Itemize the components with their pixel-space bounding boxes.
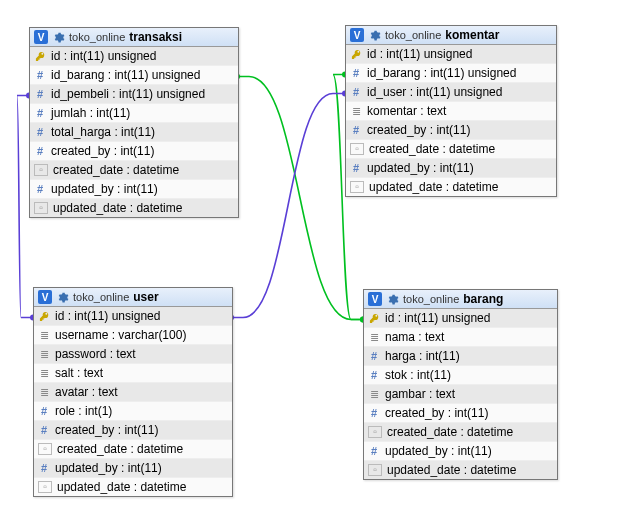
column-label: created_by : int(11)	[367, 123, 470, 137]
number-column-icon: #	[34, 69, 46, 81]
number-column-icon: #	[350, 162, 362, 174]
gear-icon[interactable]	[52, 31, 65, 44]
column-label: id_barang : int(11) unsigned	[367, 66, 516, 80]
schema-name: toko_online	[69, 31, 125, 43]
text-column-icon: ≣	[38, 329, 50, 341]
column-row[interactable]: ▫updated_date : datetime	[30, 199, 238, 217]
column-row[interactable]: #updated_by : int(11)	[346, 159, 556, 178]
date-column-icon: ▫	[34, 202, 48, 214]
date-column-icon: ▫	[350, 143, 364, 155]
column-row[interactable]: #stok : int(11)	[364, 366, 557, 385]
gear-icon[interactable]	[386, 293, 399, 306]
column-row[interactable]: #id_barang : int(11) unsigned	[346, 64, 556, 83]
column-label: id : int(11) unsigned	[385, 311, 490, 325]
column-label: role : int(1)	[55, 404, 112, 418]
date-column-icon: ▫	[350, 181, 364, 193]
number-column-icon: #	[350, 124, 362, 136]
schema-name: toko_online	[73, 291, 129, 303]
column-label: updated_date : datetime	[53, 201, 182, 215]
number-column-icon: #	[368, 369, 380, 381]
column-label: salt : text	[55, 366, 103, 380]
column-row[interactable]: ≣gambar : text	[364, 385, 557, 404]
text-column-icon: ≣	[350, 105, 362, 117]
table-komentar[interactable]: Vtoko_online komentarid : int(11) unsign…	[345, 25, 557, 197]
column-row[interactable]: id : int(11) unsigned	[346, 45, 556, 64]
table-transaksi[interactable]: Vtoko_online transaksiid : int(11) unsig…	[29, 27, 239, 218]
column-row[interactable]: ▫created_date : datetime	[30, 161, 238, 180]
column-label: created_by : int(11)	[385, 406, 488, 420]
column-label: created_by : int(11)	[51, 144, 154, 158]
column-row[interactable]: id : int(11) unsigned	[34, 307, 232, 326]
column-label: updated_date : datetime	[369, 180, 498, 194]
column-row[interactable]: ▫created_date : datetime	[364, 423, 557, 442]
column-label: id_user : int(11) unsigned	[367, 85, 502, 99]
column-row[interactable]: ≣salt : text	[34, 364, 232, 383]
table-header[interactable]: Vtoko_online transaksi	[30, 28, 238, 47]
table-header[interactable]: Vtoko_online user	[34, 288, 232, 307]
column-label: created_date : datetime	[53, 163, 179, 177]
column-row[interactable]: ▫updated_date : datetime	[346, 178, 556, 196]
schema-name: toko_online	[403, 293, 459, 305]
column-row[interactable]: #updated_by : int(11)	[30, 180, 238, 199]
column-row[interactable]: id : int(11) unsigned	[364, 309, 557, 328]
date-column-icon: ▫	[38, 443, 52, 455]
text-column-icon: ≣	[38, 367, 50, 379]
column-row[interactable]: ≣nama : text	[364, 328, 557, 347]
column-label: id : int(11) unsigned	[55, 309, 160, 323]
relation-line	[231, 94, 345, 318]
column-row[interactable]: #created_by : int(11)	[34, 421, 232, 440]
column-row[interactable]: ≣password : text	[34, 345, 232, 364]
column-row[interactable]: #id_barang : int(11) unsigned	[30, 66, 238, 85]
column-row[interactable]: ▫created_date : datetime	[346, 140, 556, 159]
table-header[interactable]: Vtoko_online barang	[364, 290, 557, 309]
column-row[interactable]: #updated_by : int(11)	[34, 459, 232, 478]
gear-icon[interactable]	[368, 29, 381, 42]
table-header[interactable]: Vtoko_online komentar	[346, 26, 556, 45]
table-barang[interactable]: Vtoko_online barangid : int(11) unsigned…	[363, 289, 558, 480]
date-column-icon: ▫	[368, 464, 382, 476]
column-row[interactable]: #id_pembeli : int(11) unsigned	[30, 85, 238, 104]
column-label: username : varchar(100)	[55, 328, 186, 342]
column-label: password : text	[55, 347, 136, 361]
column-label: created_date : datetime	[387, 425, 513, 439]
column-row[interactable]: ▫updated_date : datetime	[34, 478, 232, 496]
column-row[interactable]: ▫created_date : datetime	[34, 440, 232, 459]
column-label: nama : text	[385, 330, 444, 344]
table-user[interactable]: Vtoko_online userid : int(11) unsigned≣u…	[33, 287, 233, 497]
column-row[interactable]: #role : int(1)	[34, 402, 232, 421]
column-row[interactable]: id : int(11) unsigned	[30, 47, 238, 66]
column-label: harga : int(11)	[385, 349, 460, 363]
column-row[interactable]: #created_by : int(11)	[346, 121, 556, 140]
primary-key-icon	[38, 310, 50, 322]
view-icon: V	[350, 28, 364, 42]
table-name: komentar	[445, 28, 499, 42]
number-column-icon: #	[34, 107, 46, 119]
column-row[interactable]: #harga : int(11)	[364, 347, 557, 366]
column-row[interactable]: #total_harga : int(11)	[30, 123, 238, 142]
number-column-icon: #	[368, 350, 380, 362]
number-column-icon: #	[38, 405, 50, 417]
column-row[interactable]: ≣username : varchar(100)	[34, 326, 232, 345]
number-column-icon: #	[38, 424, 50, 436]
number-column-icon: #	[34, 88, 46, 100]
column-label: id_pembeli : int(11) unsigned	[51, 87, 205, 101]
column-row[interactable]: #updated_by : int(11)	[364, 442, 557, 461]
column-row[interactable]: ≣komentar : text	[346, 102, 556, 121]
column-label: jumlah : int(11)	[51, 106, 130, 120]
gear-icon[interactable]	[56, 291, 69, 304]
number-column-icon: #	[34, 126, 46, 138]
column-row[interactable]: #created_by : int(11)	[30, 142, 238, 161]
column-label: created_by : int(11)	[55, 423, 158, 437]
column-label: komentar : text	[367, 104, 446, 118]
column-label: gambar : text	[385, 387, 455, 401]
column-row[interactable]: ≣avatar : text	[34, 383, 232, 402]
table-name: barang	[463, 292, 503, 306]
column-label: updated_date : datetime	[387, 463, 516, 477]
column-row[interactable]: ▫updated_date : datetime	[364, 461, 557, 479]
column-row[interactable]: #id_user : int(11) unsigned	[346, 83, 556, 102]
column-row[interactable]: #created_by : int(11)	[364, 404, 557, 423]
column-row[interactable]: #jumlah : int(11)	[30, 104, 238, 123]
column-label: id_barang : int(11) unsigned	[51, 68, 200, 82]
text-column-icon: ≣	[368, 388, 380, 400]
column-label: created_date : datetime	[57, 442, 183, 456]
